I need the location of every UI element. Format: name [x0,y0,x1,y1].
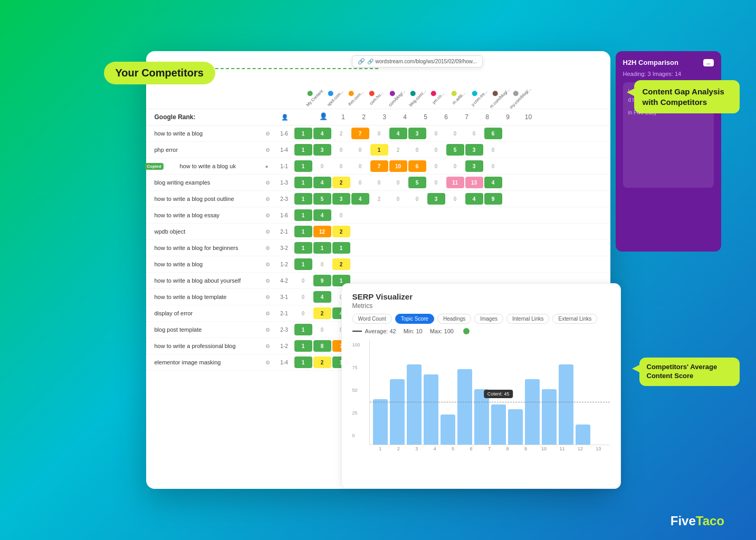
cell-8-10 [484,258,502,270]
cell-8-4 [370,258,388,270]
kw-icon[interactable]: ⚙ [265,131,275,137]
tab-images[interactable]: Images [474,314,503,324]
kw-icon[interactable]: ⚙ [265,278,275,284]
table-row: Copiedhow to write a blog uk●1-110007106… [146,158,610,175]
comp-avg-text: Competitors' Average Content Score [647,363,717,380]
cell-8-0: 1 [294,258,312,270]
cell-6-1: 12 [313,226,331,237]
cell-8-7 [427,258,445,270]
user-icon: 👤 [281,114,293,121]
kw-icon[interactable]: ⚙ [265,294,275,300]
cell-2-0: 1 [294,160,312,172]
comp-col-5: blog.com/... [404,85,426,107]
table-row: how to write a blog essay⚙1-6140 [146,207,610,224]
tab-external-links[interactable]: External Links [552,314,597,324]
comp-col-9: m.com/blog/... [486,85,508,107]
x-label: 11 [555,446,569,451]
rank-7: 7 [457,112,476,122]
kw-icon[interactable]: ⚙ [265,262,275,267]
cell-2-5: 10 [389,160,407,172]
cell-6-10 [484,226,502,237]
cell-11-1: 2 [313,307,331,319]
cell-5-5 [389,209,407,221]
kw-icon[interactable]: ⚙ [265,213,275,218]
cell-1-6: 0 [408,144,426,156]
cell-6-5 [389,226,407,237]
kw-range: 3-2 [275,245,294,251]
cell-0-4: 0 [370,128,388,139]
y-label: 0 [352,430,360,441]
cell-6-2: 2 [332,226,350,237]
competitors-bubble: Your Competitors [104,62,215,84]
kw-name: elementor image masking [155,359,265,365]
cell-5-9 [465,209,483,221]
rank-9: 9 [499,112,518,122]
cell-4-1: 5 [313,193,331,205]
cell-14-0: 1 [294,356,312,368]
x-label: 1 [374,446,387,451]
comp-col-10: my.com/blog/... [507,85,529,107]
cell-2-3: 0 [351,160,369,172]
cell-2-8: 0 [446,160,464,172]
tab-headings[interactable]: Headings [437,314,471,324]
cell-10-1: 4 [313,291,331,303]
comp-col-8: y.com.tre... [466,85,487,107]
cell-7-5 [389,242,407,254]
cell-5-10 [484,209,502,221]
link-icon: 🔗 [367,59,374,64]
min-value: Min: 10 [404,328,423,334]
google-rank-row: Google Rank: 👤 👤12345678910 [146,109,610,126]
cell-7-7 [427,242,445,254]
kw-icon[interactable]: ⚙ [265,196,275,202]
kw-range: 1-3 [275,180,294,186]
x-label: 7 [482,446,496,451]
cell-8-5 [389,258,407,270]
x-label: 4 [428,446,442,451]
h2h-button[interactable]: ... [703,59,714,66]
kw-icon[interactable]: ⚙ [265,229,275,235]
kw-name: display of error [155,310,265,316]
table-row: blog writing examples⚙1-31420005011134 [146,175,610,191]
cell-0-9: 0 [465,128,483,139]
cell-0-3: 7 [351,128,369,139]
kw-icon[interactable]: ⚙ [265,245,275,251]
cell-6-4 [370,226,388,237]
table-row: how to write a blog post outline⚙2-31534… [146,191,610,207]
bar-4 [441,414,455,445]
cell-9-0: 0 [294,275,312,286]
cell-11-0: 0 [294,307,312,319]
kw-icon[interactable]: ⚙ [265,180,275,186]
kw-name: wpdb object [155,228,265,235]
kw-name: how to write a blog essay [155,212,265,218]
cell-6-0: 1 [294,226,312,237]
brand-taco: Taco [696,514,724,528]
tab-topic-score[interactable]: Topic Score [395,314,434,324]
kw-icon[interactable]: ⚙ [265,147,275,153]
cell-2-7: 0 [427,160,445,172]
cell-3-9: 13 [465,177,483,188]
cell-7-3 [351,242,369,254]
tab-internal-links[interactable]: Internal Links [506,314,549,324]
serp-panel: SERP Visualizer Metrics Word CountTopic … [341,283,621,489]
kw-icon[interactable]: ⚙ [265,311,275,316]
cell-4-5: 0 [389,193,407,205]
bar-3 [424,374,438,445]
kw-icon[interactable]: ⚙ [265,360,275,365]
cell-2-1: 0 [313,160,331,172]
cell-6-9 [465,226,483,237]
table-row: how to write a blog for beginners⚙3-2111 [146,240,610,256]
avg-value: Average: 42 [365,328,396,334]
tab-word-count[interactable]: Word Count [352,314,392,324]
kw-icon[interactable]: ⚙ [265,343,275,349]
cell-7-8 [446,242,464,254]
kw-name: how to write a professional blog [155,343,265,349]
kw-range: 1-4 [275,360,294,365]
kw-range: 1-6 [275,213,294,218]
cell-13-0: 1 [294,340,312,352]
kw-icon[interactable]: ⚙ [265,327,275,333]
bar-1 [390,379,405,445]
kw-range: 2-3 [275,196,294,202]
kw-icon[interactable]: ● [265,163,275,169]
comp-col-0: My Content [301,85,323,107]
cell-7-2: 1 [332,242,350,254]
